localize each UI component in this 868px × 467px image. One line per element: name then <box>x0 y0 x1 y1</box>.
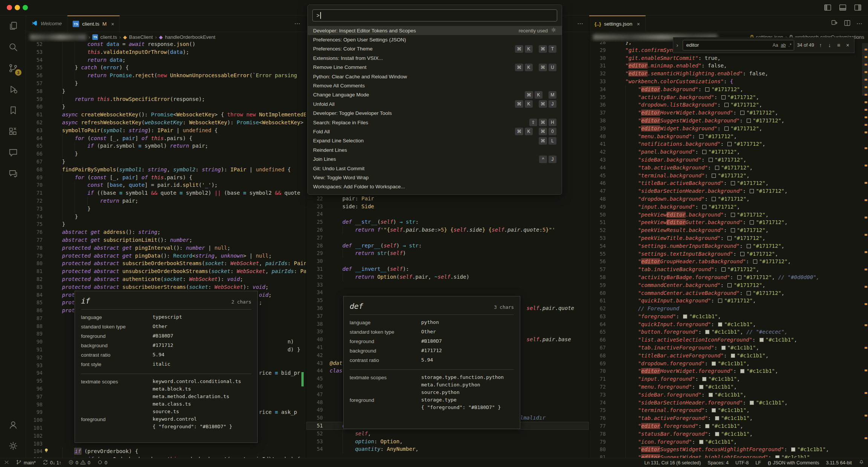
layout-controls[interactable] <box>824 3 862 13</box>
code-line[interactable]: 57 "tab.inactiveBackground": "#171712", <box>589 266 868 273</box>
code-line[interactable]: 44 "tab.activeBackground": "#171712", <box>589 164 868 172</box>
code-line[interactable]: 47 "sideBarSectionHeader.background": "#… <box>589 187 868 195</box>
code-line[interactable]: 73 } <box>26 205 306 213</box>
code-line[interactable]: 61 "quickInput.background": "#171712", <box>589 297 868 305</box>
code-line[interactable]: 56 "editorGroupHeader.tabsBackground": "… <box>589 258 868 266</box>
gear-icon[interactable] <box>551 27 556 34</box>
code-line[interactable]: 29 return str(self) <box>306 249 589 257</box>
code-line[interactable]: 28 def __repr__(self) → str: <box>306 242 589 250</box>
code-line[interactable]: 67 } <box>26 158 306 166</box>
code-line[interactable]: 48 "dropdown.background": "#171712", <box>589 195 868 203</box>
activity-bar-item-bookmark[interactable] <box>0 100 26 121</box>
code-line[interactable]: 59 return this.throwSpecificError(respon… <box>26 95 306 103</box>
code-line[interactable]: 49 "input.background": "#171712", <box>589 203 868 211</box>
zoom-window-button[interactable] <box>23 5 28 10</box>
status-bar-item[interactable]: Spaces: 4 <box>708 460 729 465</box>
editor-actions[interactable]: ⋯ <box>831 15 868 32</box>
code-line[interactable]: 81 "editorSuggestWidget.highlightForegro… <box>589 453 868 458</box>
code-line[interactable]: 74 } <box>26 213 306 221</box>
status-bar-item[interactable]: 0↓ 1↑ <box>43 459 61 466</box>
activity-bar-item-comments[interactable] <box>0 163 26 184</box>
code-line[interactable]: 78 "statusBar.foreground": "#c1c1b1", <box>589 430 868 438</box>
code-line[interactable]: 43 "sideBar.background": "#171712", <box>589 156 868 164</box>
palette-item[interactable]: Reindent Lines <box>308 145 562 154</box>
code-line[interactable]: 40 "menu.background": "#171712", <box>589 133 868 140</box>
code-line[interactable]: 68 findPairBySymbols(symbol1: string, sy… <box>26 166 306 174</box>
find-toggle-replace-icon[interactable]: › <box>675 42 680 48</box>
code-area[interactable]: 28 },29 "git.confirmSync"30 "git.enableS… <box>589 42 868 458</box>
code-line[interactable]: 61 async createWebsocketKey(): Promise<W… <box>26 111 306 119</box>
activity-bar-item-files[interactable] <box>0 15 26 37</box>
breadcrumb-item[interactable]: handleOrderbookEvent <box>165 34 215 40</box>
palette-item[interactable]: Fold All⌘K⌘0 <box>308 127 562 136</box>
code-line[interactable]: 36 "dropdown.listBackground": "#171712", <box>589 101 868 109</box>
code-line[interactable]: 83 protected abstract subscribeUserStrea… <box>26 283 306 291</box>
minimize-window-button[interactable] <box>15 5 20 10</box>
palette-item[interactable]: Join Lines^J <box>308 154 562 163</box>
code-line[interactable]: 72 return pair; <box>26 197 306 205</box>
code-line[interactable]: 62 async refreshWebsocketKey(websocketKe… <box>26 119 306 127</box>
find-buttons[interactable]: ↑↓≡× <box>817 42 851 48</box>
palette-item[interactable]: Unfold All⌘K⌘J <box>308 99 562 108</box>
activity-bar-item-extensions[interactable] <box>0 121 26 142</box>
status-bar-item[interactable]: Ln 131, Col 16 (6 selected) <box>644 460 701 465</box>
code-line[interactable]: 71 "input.foreground": "#c1c1b1", <box>589 375 868 383</box>
code-line[interactable]: 45 "terminal.background": "#171712", <box>589 172 868 180</box>
code-line[interactable]: 53 "peekViewTitle.background": "#171712"… <box>589 234 868 242</box>
code-line[interactable]: 23 side: Side <box>306 203 589 211</box>
palette-item[interactable]: Git: Clone <box>308 191 562 194</box>
code-line[interactable]: 81 protected abstract unsubscribeOrderbo… <box>26 267 306 275</box>
code-line[interactable]: 69 "dropdown.foreground": "#c1c1b1", <box>589 360 868 368</box>
status-bar-item[interactable]: {}JSON with Comments <box>768 460 819 465</box>
palette-item[interactable]: Search: Replace in Files⇧⌘H <box>308 118 562 127</box>
match-case-icon[interactable]: Aa <box>773 43 778 48</box>
find-input[interactable]: editor Aaab.* <box>683 40 794 50</box>
tab-close-icon[interactable]: × <box>111 21 114 27</box>
code-line[interactable]: 46 "titleBar.activeBackground": "#171712… <box>589 179 868 187</box>
code-line[interactable]: 42 "panel.background": "#171712", <box>589 148 868 156</box>
tab-settings-json[interactable]: {..}settings.json× <box>589 15 646 32</box>
breadcrumb-item[interactable]: client.ts <box>100 34 117 40</box>
layout-sidebar-right-icon[interactable] <box>854 3 862 13</box>
activity-bar-item-run-debug[interactable] <box>0 79 26 100</box>
activity-bar-item-search[interactable] <box>0 37 26 58</box>
code-line[interactable]: 74 "sideBarSectionHeader.foreground": "#… <box>589 399 868 407</box>
code-line[interactable]: 32 return Option(self.pair, ~self.side) <box>306 273 589 281</box>
code-line[interactable]: 54 "settings.numberInputBackground": "#1… <box>589 242 868 250</box>
code-line[interactable]: 55 } catch (error) { <box>26 64 306 72</box>
find-toggles[interactable]: Aaab.* <box>773 43 792 48</box>
status-bar-item[interactable]: UTF-8 <box>735 460 749 465</box>
regex-icon[interactable]: .* <box>789 43 792 48</box>
code-line[interactable]: 53 option: Option, <box>306 438 589 446</box>
code-line[interactable]: 65 if (pair.symbol ≡ symbol) return pair… <box>26 142 306 150</box>
code-line[interactable]: 25 def __str__(self) → str: <box>306 218 589 226</box>
code-line[interactable]: 80 protected abstract subscribeOrderbook… <box>26 259 306 267</box>
breadcrumb-item[interactable]: BaseClient <box>129 34 153 40</box>
layout-sidebar-left-icon[interactable] <box>824 3 832 13</box>
code-line[interactable]: 24 <box>306 210 589 218</box>
code-line[interactable]: 34 "editor.background": "#171712", <box>589 85 868 93</box>
more-actions-icon[interactable]: ⋯ <box>856 20 863 27</box>
activity-bar-item-source-control[interactable]: 3 <box>0 58 26 79</box>
activity-bar-item-chat[interactable] <box>0 142 26 163</box>
command-palette[interactable]: > Developer: Inspect Editor Tokens and S… <box>307 5 562 195</box>
palette-item[interactable]: Extensions: Install from VSIX... <box>308 53 562 63</box>
code-line[interactable]: 58 "activityBarBadge.foreground": "#1717… <box>589 273 868 281</box>
next-match-icon[interactable]: ↓ <box>826 42 833 48</box>
code-line[interactable]: 75 "terminal.foreground": "#c1c1b1", <box>589 406 868 414</box>
find-in-selection-icon[interactable]: ≡ <box>835 42 842 48</box>
code-line[interactable]: 41 "notifications.background": "#171712"… <box>589 140 868 148</box>
code-line[interactable]: 31 def __invert__(self): <box>306 265 589 273</box>
code-line[interactable]: 73 "sideBar.foreground": "#c1c1b1", <box>589 391 868 399</box>
code-line[interactable]: 55 "settings.textInputBackground": "#171… <box>589 250 868 258</box>
code-line[interactable]: 39 "editorWidget.background": "#171712", <box>589 125 868 133</box>
palette-item[interactable]: Expand Line Selection⌘L <box>308 136 562 145</box>
code-line[interactable]: 76 "tab.activeForeground": "#c1c1b1", <box>589 414 868 422</box>
palette-item[interactable]: Remove Line Comment⌘K⌘U <box>308 63 562 72</box>
code-line[interactable]: 30 "git.enableSmartCommit": true, <box>589 54 868 62</box>
editor-actions[interactable]: ⋯ <box>577 15 589 32</box>
code-line[interactable]: 71 if ((base ≡ symbol1 && quote ≡ symbol… <box>26 189 306 197</box>
code-line[interactable]: 105 if (prevOrderbook.asks ≡ this.orderb… <box>26 455 306 458</box>
code-line[interactable]: 31 "editor.minimap.enabled": false, <box>589 62 868 70</box>
code-line[interactable]: 70 const [base, quote] = pair.id.split('… <box>26 181 306 189</box>
